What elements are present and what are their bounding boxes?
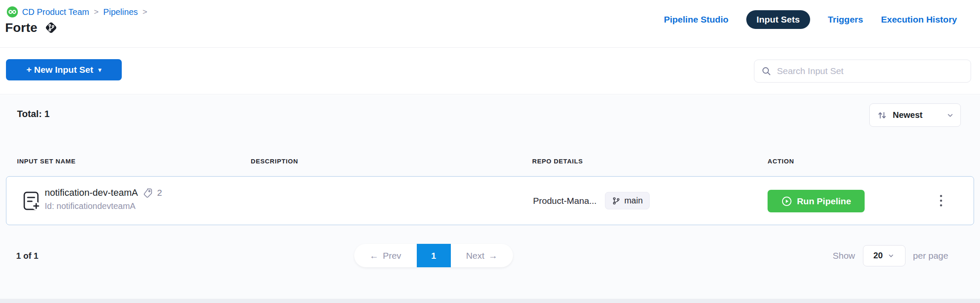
remote-pipeline-icon (44, 21, 58, 34)
row-menu-button[interactable] (928, 177, 954, 225)
git-branch-icon (612, 197, 620, 205)
input-set-id: Id: notificationdevteamA (45, 201, 162, 211)
tab-triggers[interactable]: Triggers (828, 14, 863, 25)
play-circle-icon (781, 196, 792, 207)
search-icon (761, 66, 771, 76)
breadcrumb-separator: > (142, 7, 148, 17)
input-set-name: notification-dev-teamA (45, 187, 138, 198)
search-input[interactable] (777, 66, 964, 76)
total-count-label: Total: 1 (17, 109, 50, 120)
column-header-action: ACTION (768, 157, 794, 165)
tab-input-sets[interactable]: Input Sets (746, 10, 810, 29)
sort-value: Newest (893, 110, 923, 120)
branch-badge: main (605, 192, 649, 209)
pipeline-tabs: Pipeline Studio Input Sets Triggers Exec… (664, 10, 957, 29)
cd-module-icon (7, 6, 18, 17)
show-label: Show (833, 251, 855, 261)
page-title: Forte (5, 20, 37, 35)
page-range-label: 1 of 1 (16, 251, 38, 261)
page-header: CD Product Team > Pipelines > Forte Pipe… (0, 0, 980, 48)
page-size-select[interactable]: 20 (863, 245, 905, 266)
chevron-down-icon (946, 111, 954, 120)
kebab-icon (940, 195, 942, 197)
input-set-icon (21, 190, 42, 213)
page-size-control: Show 20 per page (833, 244, 948, 267)
repo-details-cell: Product-Mana... main (533, 177, 650, 225)
arrow-left-icon: ← (370, 251, 378, 261)
input-set-name-cell: notification-dev-teamA 2 Id: notificatio… (45, 187, 162, 211)
bottom-strip (0, 299, 980, 303)
content-area: Total: 1 Newest INPUT SET NAME DESCRIPTI… (0, 95, 980, 299)
column-header-description: DESCRIPTION (251, 157, 298, 165)
prev-label: Prev (383, 251, 401, 261)
search-box[interactable] (754, 60, 971, 83)
breadcrumb-item-project[interactable]: CD Product Team (22, 7, 89, 17)
tab-pipeline-studio[interactable]: Pipeline Studio (664, 14, 728, 25)
toolbar: + New Input Set ▾ (0, 48, 980, 94)
tag-count: 2 (157, 188, 162, 198)
breadcrumb: CD Product Team > Pipelines > (7, 6, 148, 17)
column-header-input-set-name: INPUT SET NAME (17, 157, 76, 165)
new-input-set-label: + New Input Set (26, 65, 93, 75)
title-row: Forte (5, 20, 58, 35)
breadcrumb-item-pipelines[interactable]: Pipelines (103, 7, 138, 17)
chevron-down-icon (887, 252, 895, 260)
page-number-button[interactable]: 1 (417, 244, 451, 267)
new-input-set-button[interactable]: + New Input Set ▾ (6, 59, 122, 80)
next-label: Next (466, 251, 484, 261)
run-pipeline-label: Run Pipeline (797, 196, 851, 206)
column-header-repo-details: REPO DETAILS (532, 157, 583, 165)
sort-arrows-icon (877, 110, 888, 121)
per-page-label: per page (913, 251, 948, 261)
repo-name: Product-Mana... (533, 196, 596, 206)
prev-page-button[interactable]: ← Prev (354, 244, 417, 267)
breadcrumb-separator: > (93, 7, 99, 17)
pagination-control: ← Prev 1 Next → (354, 244, 513, 267)
run-pipeline-button[interactable]: Run Pipeline (768, 190, 865, 212)
next-page-button[interactable]: Next → (451, 244, 513, 267)
caret-down-icon: ▾ (98, 67, 101, 73)
arrow-right-icon: → (489, 251, 498, 261)
branch-name: main (624, 196, 642, 206)
tab-execution-history[interactable]: Execution History (881, 14, 957, 25)
tag-icon (142, 188, 153, 198)
page-size-value: 20 (873, 251, 883, 260)
sort-dropdown[interactable]: Newest (869, 103, 961, 127)
input-sets-page: CD Product Team > Pipelines > Forte Pipe… (0, 0, 980, 303)
input-set-row[interactable]: notification-dev-teamA 2 Id: notificatio… (6, 176, 974, 225)
